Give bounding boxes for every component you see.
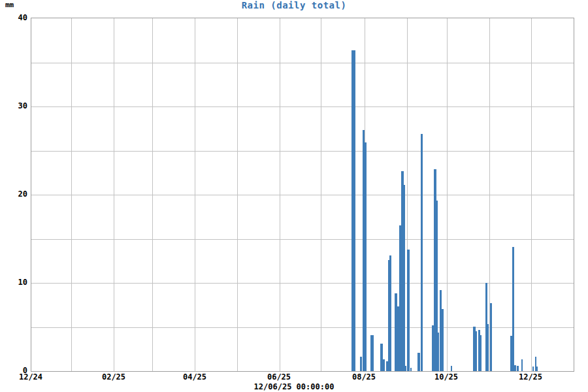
vertical-gridline [447, 18, 448, 371]
rain-bar [512, 247, 514, 371]
rain-bar [532, 367, 534, 371]
horizontal-gridline [31, 327, 574, 328]
vertical-gridline [71, 18, 72, 371]
x-tick-label: 12/24 [19, 372, 42, 382]
plot-area [31, 18, 574, 372]
x-tick-label: 10/25 [434, 372, 458, 382]
rain-bar [407, 250, 410, 371]
horizontal-gridline [31, 195, 574, 195]
y-tick-label: 30 [0, 101, 27, 110]
x-tick-label: 04/25 [183, 372, 206, 382]
horizontal-gridline [31, 239, 574, 240]
vertical-gridline [280, 18, 280, 371]
rain-bar [536, 367, 538, 371]
generation-timestamp: 12/06/25 00:00:00 [0, 382, 588, 391]
rain-bar [365, 142, 367, 371]
rain-bar [476, 331, 477, 371]
rain-daily-total-chart: mm Rain (daily total) 010203040 12/2402/… [0, 0, 588, 392]
vertical-gridline [152, 18, 153, 371]
x-tick-label: 12/25 [519, 372, 542, 382]
rain-bar [405, 366, 406, 371]
rain-bar [383, 359, 385, 371]
rain-bar [521, 359, 523, 371]
rain-bar [410, 368, 412, 371]
y-tick-label: 40 [0, 13, 27, 22]
rain-bar [360, 357, 362, 371]
rain-bar [480, 335, 482, 371]
rain-bar [442, 309, 444, 371]
rain-bar [487, 324, 489, 371]
rain-bar [517, 366, 519, 371]
y-tick-label: 20 [0, 189, 27, 199]
vertical-gridline [531, 18, 532, 371]
rain-bar [490, 303, 492, 371]
rain-bar [351, 50, 355, 371]
y-tick-label: 10 [0, 278, 27, 287]
vertical-gridline [195, 18, 195, 371]
rain-bar [451, 366, 452, 371]
vertical-gridline [321, 18, 321, 371]
rain-bar [514, 365, 516, 371]
vertical-gridline [114, 18, 114, 371]
rain-bar [417, 353, 420, 371]
rain-bar [404, 185, 405, 371]
x-tick-label: 02/25 [102, 372, 125, 382]
x-tick-label: 06/25 [267, 372, 291, 382]
rain-bar [438, 333, 439, 371]
horizontal-gridline [31, 283, 574, 284]
horizontal-gridline [31, 106, 574, 107]
x-tick-label: 08/25 [352, 372, 376, 382]
rain-bar [389, 255, 391, 371]
horizontal-gridline [31, 151, 574, 152]
horizontal-gridline [31, 63, 574, 63]
rain-bar [370, 335, 374, 371]
chart-title: Rain (daily total) [0, 0, 588, 10]
rain-bar [421, 134, 423, 371]
vertical-gridline [237, 18, 238, 371]
